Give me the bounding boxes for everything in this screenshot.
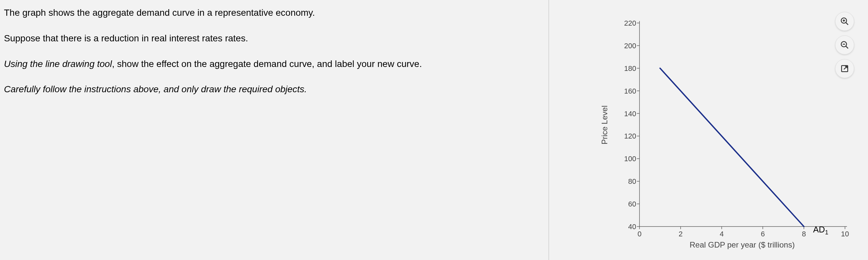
instruction-rest: , show the effect on the aggregate deman…: [112, 59, 422, 69]
x-tick-label: 4: [715, 230, 728, 238]
y-tick-label: 80: [617, 177, 636, 186]
x-axis-label: Real GDP per year ($ trillions): [690, 240, 795, 250]
y-tick-label: 120: [617, 132, 636, 141]
y-axis-label: Price Level: [600, 105, 609, 144]
y-tick-label: 100: [617, 155, 636, 163]
series-label-sub: 1: [825, 229, 828, 236]
y-tick-label: 160: [617, 87, 636, 96]
series-label-main: AD: [813, 225, 825, 234]
graph-panel: Price Level Real GDP per year ($ trillio…: [549, 0, 868, 260]
y-tick-label: 60: [617, 200, 636, 209]
series-label-ad1: AD1: [813, 225, 828, 236]
instruction-italic: Using the line drawing tool: [4, 59, 112, 69]
x-tick-label: 8: [797, 230, 810, 238]
x-tick-label: 2: [674, 230, 687, 238]
x-tick-label: 10: [838, 230, 851, 238]
question-panel: The graph shows the aggregate demand cur…: [0, 0, 549, 260]
question-line-3: Using the line drawing tool, show the ef…: [4, 58, 542, 70]
x-tick-label: 6: [756, 230, 769, 238]
y-tick-label: 200: [617, 42, 636, 50]
y-tick-label: 220: [617, 19, 636, 28]
question-line-1: The graph shows the aggregate demand cur…: [4, 7, 542, 19]
question-line-2: Suppose that there is a reduction in rea…: [4, 32, 542, 45]
x-tick-label: 0: [633, 230, 646, 238]
chart-area[interactable]: Price Level Real GDP per year ($ trillio…: [582, 16, 858, 253]
y-tick-label: 180: [617, 64, 636, 73]
question-line-4: Carefully follow the instructions above,…: [4, 83, 542, 96]
y-tick-label: 140: [617, 110, 636, 118]
